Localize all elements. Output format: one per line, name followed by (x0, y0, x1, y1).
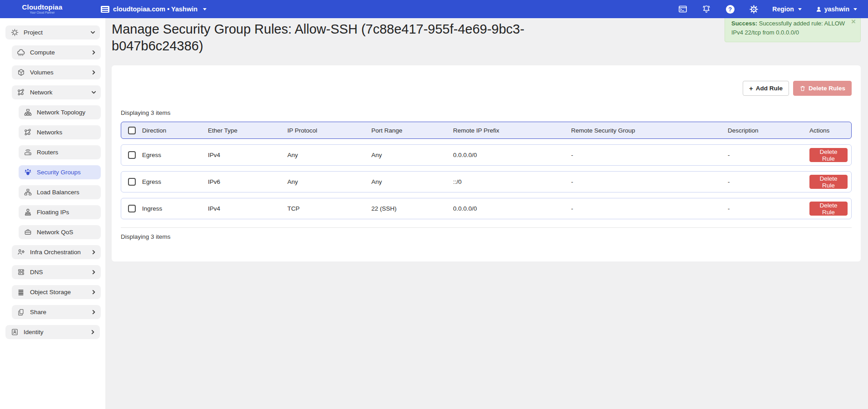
identity-icon (10, 328, 20, 337)
sidebar-item-infra-orchestration[interactable]: Infra Orchestration (12, 245, 101, 259)
sidebar-item-floating-ips[interactable]: Floating IPs (19, 205, 101, 219)
sidebar-item-networks[interactable]: Networks (19, 125, 101, 139)
topbar: Cloudtopiaa Your Cloud Partner cloudtopi… (0, 0, 868, 18)
context-switcher-label: cloudtopiaa.com • Yashwin (113, 5, 197, 13)
sidebar-item-network[interactable]: Network (12, 85, 101, 99)
console-icon[interactable] (678, 4, 688, 14)
network-qos-icon (23, 228, 33, 237)
cell-ether-type: IPv4 (208, 152, 287, 158)
project-context-switcher[interactable]: cloudtopiaa.com • Yashwin (101, 5, 207, 13)
cell-direction: Egress (142, 152, 208, 158)
chevron-right-icon (91, 290, 96, 295)
row-checkbox[interactable] (128, 178, 136, 186)
object-storage-icon (16, 288, 26, 297)
table-row: Egress IPv6 Any Any ::/0 - - Delete Rule (121, 171, 852, 192)
infra-orchestration-icon (16, 248, 26, 257)
column-header-ether-type[interactable]: Ether Type (208, 127, 287, 134)
page-title: Manage Security Group Rules: Allow-SSH (… (112, 21, 602, 54)
compute-icon (16, 48, 26, 57)
caret-down-icon (853, 8, 857, 10)
delete-rule-button[interactable]: Delete Rule (809, 202, 848, 216)
sidebar: Project Compute Volumes (0, 18, 105, 409)
cell-port-range: Any (371, 178, 453, 185)
column-header-actions: Actions (809, 127, 851, 134)
brand-logo[interactable]: Cloudtopiaa Your Cloud Partner (13, 4, 72, 15)
row-checkbox[interactable] (128, 205, 136, 212)
column-header-remote-ip-prefix[interactable]: Remote IP Prefix (453, 127, 571, 134)
trash-icon (799, 85, 806, 92)
add-rule-button[interactable]: + Add Rule (743, 81, 789, 96)
floating-ips-icon (23, 208, 33, 217)
table-row: Egress IPv4 Any Any 0.0.0.0/0 - - Delete… (121, 144, 852, 166)
sidebar-item-network-topology[interactable]: Network Topology (19, 105, 101, 119)
main-content: Success: Successfully added rule: ALLOW … (105, 0, 868, 261)
settings-gear-icon[interactable] (749, 4, 759, 14)
items-count-bottom: Displaying 3 items (121, 233, 852, 240)
cell-port-range: 22 (SSH) (371, 205, 453, 212)
rules-table-header: Direction Ether Type IP Protocol Port Ra… (121, 122, 852, 139)
sidebar-item-volumes[interactable]: Volumes (12, 65, 101, 79)
sidebar-item-security-groups[interactable]: Security Groups (19, 165, 101, 179)
cell-ether-type: IPv4 (208, 205, 287, 212)
sidebar-item-share[interactable]: Share (12, 305, 101, 319)
select-all-checkbox[interactable] (128, 127, 136, 134)
delete-rule-button[interactable]: Delete Rule (809, 175, 848, 189)
sidebar-item-network-qos[interactable]: Network QoS (19, 225, 101, 239)
sidebar-item-project[interactable]: Project (5, 25, 100, 39)
sidebar-item-dns[interactable]: DNS (12, 265, 101, 279)
brand-name: Cloudtopiaa (13, 4, 72, 10)
delete-rules-button[interactable]: Delete Rules (793, 81, 852, 96)
column-header-ip-protocol[interactable]: IP Protocol (287, 127, 371, 134)
brand-tagline: Your Cloud Partner (13, 11, 72, 15)
chevron-right-icon (91, 270, 96, 275)
cell-description: - (728, 152, 809, 158)
cell-direction: Egress (142, 178, 208, 185)
region-menu[interactable]: Region (772, 5, 801, 13)
load-balancers-icon (23, 188, 33, 197)
cell-description: - (728, 178, 809, 185)
sidebar-item-object-storage[interactable]: Object Storage (12, 285, 101, 299)
network-icon (16, 88, 26, 97)
cell-ip-protocol: TCP (287, 205, 371, 212)
cell-direction: Ingress (142, 205, 208, 212)
volumes-icon (16, 68, 26, 77)
help-icon[interactable]: ? (725, 4, 735, 14)
column-header-description[interactable]: Description (728, 127, 809, 134)
networks-icon (23, 128, 33, 137)
caret-down-icon (798, 8, 802, 10)
user-icon (815, 6, 822, 13)
network-topology-icon (23, 108, 33, 117)
column-header-remote-security-group[interactable]: Remote Security Group (571, 127, 728, 134)
user-menu[interactable]: yashwin (815, 5, 857, 13)
sidebar-item-identity[interactable]: Identity (5, 325, 100, 339)
chevron-right-icon (91, 310, 96, 315)
items-count-top: Displaying 3 items (121, 109, 852, 116)
cell-description: - (728, 205, 809, 212)
cell-remote-security-group: - (571, 205, 728, 212)
chevron-down-icon (91, 90, 96, 95)
caret-down-icon (203, 8, 207, 10)
sidebar-item-compute[interactable]: Compute (12, 45, 101, 59)
cell-remote-security-group: - (571, 152, 728, 158)
row-checkbox[interactable] (128, 151, 136, 159)
notifications-bell-icon[interactable] (701, 4, 711, 14)
domain-list-icon (101, 6, 109, 13)
sidebar-item-routers[interactable]: Routers (19, 145, 101, 159)
delete-rule-button[interactable]: Delete Rule (809, 148, 848, 162)
security-groups-icon (23, 168, 33, 177)
toast-close-icon[interactable]: × (851, 18, 856, 25)
plus-icon: + (749, 84, 753, 92)
column-header-port-range[interactable]: Port Range (371, 127, 453, 134)
share-icon (16, 308, 26, 317)
dns-icon (16, 268, 26, 277)
sidebar-item-load-balancers[interactable]: Load Balancers (19, 185, 101, 199)
column-header-direction[interactable]: Direction (142, 127, 208, 134)
chevron-right-icon (90, 330, 95, 335)
cell-remote-security-group: - (571, 178, 728, 185)
chevron-right-icon (91, 50, 96, 55)
routers-icon (23, 148, 33, 157)
cell-ip-protocol: Any (287, 152, 371, 158)
table-row: Ingress IPv4 TCP 22 (SSH) 0.0.0.0/0 - - … (121, 198, 852, 219)
toast-title: Success: (731, 20, 757, 27)
rules-panel: + Add Rule Delete Rules Displaying 3 ite… (112, 65, 861, 261)
